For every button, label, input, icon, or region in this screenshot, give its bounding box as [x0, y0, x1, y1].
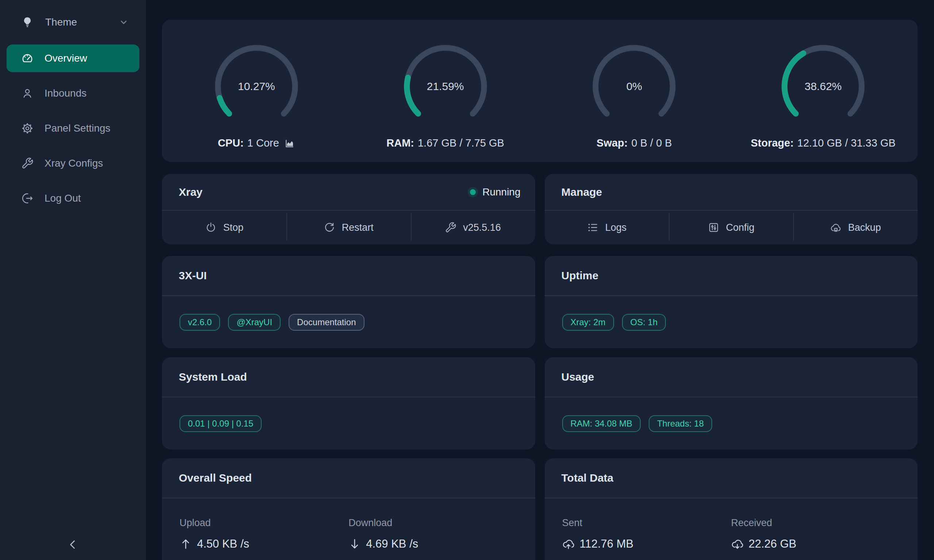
arrow-up-icon: [179, 538, 192, 550]
sidebar-item-label: Overview: [45, 52, 87, 64]
sidebar-item-label: Inbounds: [45, 88, 86, 99]
cloud-download-icon: [731, 538, 744, 550]
running-dot: [470, 189, 476, 195]
ram-percent: 21.59%: [400, 41, 491, 132]
bulb-icon: [21, 16, 34, 28]
usage-card-title: Usage: [561, 371, 594, 383]
download-stat: Download 4.69 KB /s: [348, 517, 517, 551]
os-uptime-tag: OS: 1h: [622, 314, 666, 331]
xrayui-link-tag[interactable]: @XrayUI: [228, 314, 281, 331]
sidebar-item-inbounds[interactable]: Inbounds: [6, 80, 139, 107]
sidebar-item-label: Log Out: [45, 192, 81, 204]
sidebar-item-label: Xray Configs: [45, 157, 103, 169]
threexui-card: 3X-UI v2.6.0 @XrayUI Documentation: [162, 256, 535, 348]
uptime-card-title: Uptime: [561, 269, 599, 282]
manage-logs-button[interactable]: Logs: [545, 211, 669, 244]
storage-label: Storage: 12.10 GB / 31.33 GB: [751, 137, 896, 149]
documentation-link-tag[interactable]: Documentation: [288, 314, 364, 331]
sidebar-menu: Overview Inbounds: [0, 45, 146, 212]
swap-label: Swap: 0 B / 0 B: [596, 137, 672, 149]
xray-stop-button[interactable]: Stop: [162, 211, 287, 244]
gauge-storage: 38.62% Storage: 12.10 GB / 31.33 GB: [729, 20, 918, 162]
main-content: 10.27% CPU: 1 Core 21.59% RAM:: [146, 0, 934, 560]
sent-label: Sent: [562, 517, 731, 529]
system-gauges-card: 10.27% CPU: 1 Core 21.59% RAM:: [162, 20, 918, 162]
load-average-tag: 0.01 | 0.09 | 0.15: [179, 415, 262, 432]
received-stat: Received 22.26 GB: [731, 517, 900, 551]
theme-toggle[interactable]: Theme: [0, 0, 146, 45]
control-sliders-icon: [708, 222, 720, 233]
manage-card-title: Manage: [561, 186, 603, 198]
sidebar-item-log-out[interactable]: Log Out: [6, 185, 139, 212]
storage-percent: 38.62%: [777, 41, 869, 132]
usage-card: Usage RAM: 34.08 MB Threads: 18: [545, 357, 918, 449]
xray-version-button[interactable]: v25.5.16: [411, 211, 535, 244]
xray-status-badge: Running: [470, 186, 520, 198]
logout-icon: [21, 192, 34, 205]
xray-card-title: Xray: [179, 186, 202, 198]
version-tag[interactable]: v2.6.0: [179, 314, 220, 331]
sidebar-item-overview[interactable]: Overview: [6, 45, 139, 72]
gauge-swap: 0% Swap: 0 B / 0 B: [540, 20, 729, 162]
manage-card: Manage Logs: [545, 174, 918, 244]
threexui-card-title: 3X-UI: [179, 269, 207, 282]
manage-backup-button[interactable]: Backup: [793, 211, 918, 244]
received-value: 22.26 GB: [749, 537, 797, 551]
cpu-label: CPU: 1 Core: [218, 137, 295, 149]
sidebar-item-panel-settings[interactable]: Panel Settings: [6, 114, 139, 142]
total-data-card: Total Data Sent 112.76 MB: [545, 458, 918, 560]
xray-restart-button[interactable]: Restart: [287, 211, 411, 244]
manage-config-button[interactable]: Config: [669, 211, 793, 244]
total-data-card-title: Total Data: [561, 472, 613, 484]
download-label: Download: [348, 517, 517, 529]
wrench-icon: [21, 157, 34, 169]
chevron-left-icon: [67, 538, 79, 551]
arrow-down-icon: [348, 538, 361, 550]
sidebar-item-xray-configs[interactable]: Xray Configs: [6, 149, 139, 177]
system-load-card: System Load 0.01 | 0.09 | 0.15: [162, 357, 535, 449]
gauge-cpu: 10.27% CPU: 1 Core: [162, 20, 351, 162]
cloud-server-icon: [830, 222, 842, 233]
ram-usage-tag: RAM: 34.08 MB: [562, 415, 641, 432]
list-icon: [587, 222, 599, 233]
received-label: Received: [731, 517, 900, 529]
download-value: 4.69 KB /s: [366, 537, 418, 551]
sent-value: 112.76 MB: [580, 537, 634, 551]
sidebar: Theme Overview Inbounds: [0, 0, 146, 560]
xray-card: Xray Running Stop: [162, 174, 535, 244]
power-icon: [205, 222, 217, 233]
ram-label: RAM: 1.67 GB / 7.75 GB: [386, 137, 504, 149]
theme-label: Theme: [45, 16, 77, 28]
gauge-icon: [21, 52, 34, 65]
overall-speed-card: Overall Speed Upload 4.50 KB /s: [162, 458, 535, 560]
area-chart-icon[interactable]: [284, 138, 295, 149]
upload-value: 4.50 KB /s: [197, 537, 249, 551]
cpu-percent: 10.27%: [211, 41, 302, 132]
sidebar-item-label: Panel Settings: [45, 123, 111, 134]
threads-tag: Threads: 18: [649, 415, 712, 432]
person-icon: [21, 87, 34, 100]
xray-status-text: Running: [482, 186, 520, 198]
system-load-card-title: System Load: [179, 371, 247, 383]
gauge-ram: 21.59% RAM: 1.67 GB / 7.75 GB: [351, 20, 540, 162]
overall-speed-card-title: Overall Speed: [179, 472, 252, 484]
xray-uptime-tag: Xray: 2m: [562, 314, 614, 331]
restart-icon: [324, 222, 335, 233]
swap-percent: 0%: [589, 41, 680, 132]
chevron-down-icon: [119, 17, 128, 27]
sidebar-collapse-button[interactable]: [0, 538, 146, 551]
upload-label: Upload: [179, 517, 348, 529]
sent-stat: Sent 112.76 MB: [562, 517, 731, 551]
gear-icon: [21, 122, 34, 135]
upload-stat: Upload 4.50 KB /s: [179, 517, 348, 551]
wrench-small-icon: [445, 222, 456, 233]
uptime-card: Uptime Xray: 2m OS: 1h: [545, 256, 918, 348]
cloud-upload-icon: [562, 538, 575, 550]
